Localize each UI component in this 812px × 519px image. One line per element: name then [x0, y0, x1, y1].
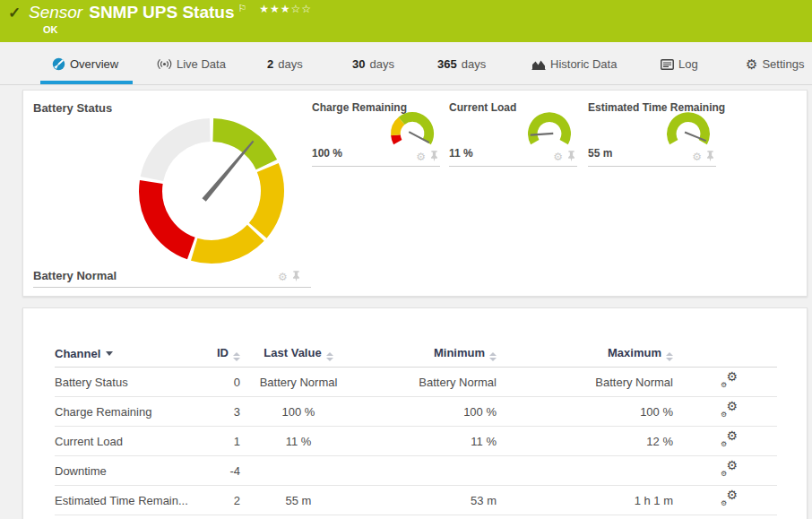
log-icon [661, 59, 674, 70]
channel-last-value: 55 m [240, 494, 357, 507]
table-header-row: Channel ID Last Value Minimum Maximum [55, 341, 777, 368]
tab-30-days[interactable]: 30 days [352, 57, 394, 71]
ok-check-icon: ✓ [8, 4, 21, 22]
page-title: SNMP UPS Status [89, 3, 234, 22]
active-tab-indicator [40, 81, 133, 84]
pin-icon[interactable] [292, 271, 300, 282]
channel-minimum: Battery Normal [357, 376, 497, 389]
channel-name[interactable]: Downtime [55, 464, 209, 478]
sort-icon [326, 352, 333, 361]
tab-settings[interactable]: ⚙ Settings [746, 57, 804, 71]
column-header-id[interactable]: ID [209, 346, 240, 361]
channel-last-value: 11 % [240, 435, 357, 448]
channel-name[interactable]: Charge Remaining [55, 405, 209, 419]
mini-gauge-value: 55 m [588, 147, 612, 160]
broadcast-icon [157, 58, 172, 70]
tab-bar: Overview Live Data 2 days 30 days 365 da… [0, 42, 812, 85]
tab-2-days[interactable]: 2 days [267, 57, 303, 71]
sort-desc-icon [106, 351, 113, 356]
table-row: Downtime -4 ⚙⚙ [55, 456, 777, 486]
primary-gauge-actions: ⚙ [278, 271, 300, 282]
channel-minimum: 53 m [357, 494, 497, 507]
mini-gauge-value: 11 % [449, 147, 473, 160]
tab-historic-data[interactable]: Historic Data [531, 57, 617, 71]
object-kind-label: Sensor [29, 3, 82, 22]
mini-gauge-actions: ⚙ [553, 151, 575, 162]
area-chart-icon [531, 59, 546, 70]
mini-gauge-value: 100 % [312, 147, 342, 160]
gauge-settings-icon[interactable]: ⚙ [278, 272, 288, 282]
channel-minimum: 11 % [357, 435, 497, 448]
channel-maximum: 1 h 1 m [497, 494, 673, 507]
priority-stars[interactable]: ★★★☆☆ [259, 3, 312, 15]
channel-settings-icon[interactable]: ⚙⚙ [721, 374, 738, 388]
mini-gauge-actions: ⚙ [692, 151, 714, 162]
channel-id: 2 [209, 494, 240, 507]
channels-table: Channel ID Last Value Minimum Maximum Ba… [55, 341, 777, 515]
channel-id: 3 [209, 405, 240, 419]
column-header-minimum[interactable]: Minimum [357, 346, 497, 361]
divider [33, 287, 311, 288]
column-header-last-value[interactable]: Last Value [240, 346, 357, 361]
sort-icon [489, 352, 497, 361]
channel-minimum: 100 % [357, 405, 497, 419]
pin-icon[interactable] [430, 151, 438, 162]
channel-name[interactable]: Battery Status [55, 376, 209, 389]
channel-id: 1 [209, 435, 240, 448]
channel-last-value: 100 % [240, 405, 357, 419]
gauge-icon [52, 57, 65, 71]
tab-365-days[interactable]: 365 days [437, 57, 486, 71]
channel-name[interactable]: Estimated Time Remain... [55, 494, 209, 507]
table-row: Battery Status 0 Battery Normal Battery … [55, 368, 777, 397]
battery-status-gauge [138, 117, 285, 264]
gauges-panel: Battery Status Battery Normal ⚙ Charge R… [22, 90, 808, 297]
channel-id: 0 [209, 376, 240, 389]
sort-icon [666, 352, 673, 361]
tab-log[interactable]: Log [661, 57, 698, 71]
status-badge: OK [43, 24, 58, 35]
sort-icon [233, 352, 240, 361]
sensor-overview-page: ✓ Sensor SNMP UPS Status ⚐ ★★★☆☆ OK Over… [0, 0, 812, 519]
mini-gauge-actions: ⚙ [416, 151, 438, 162]
column-header-maximum[interactable]: Maximum [497, 346, 673, 361]
gauge-settings-icon[interactable]: ⚙ [553, 151, 563, 162]
gauge-settings-icon[interactable]: ⚙ [416, 151, 426, 162]
table-row: Charge Remaining 3 100 % 100 % 100 % ⚙⚙ [55, 397, 777, 427]
flag-icon[interactable]: ⚐ [238, 3, 246, 14]
table-row: Current Load 1 11 % 11 % 12 % ⚙⚙ [55, 427, 777, 456]
gear-icon: ⚙ [746, 57, 757, 71]
channel-settings-icon[interactable]: ⚙⚙ [721, 403, 738, 418]
primary-gauge-title: Battery Status [33, 101, 112, 115]
tab-live-data[interactable]: Live Data [157, 57, 226, 71]
mini-gauge-estimated-time-remaining: Estimated Time Remaining 55 m ⚙ [588, 101, 716, 167]
channels-panel: Channel ID Last Value Minimum Maximum Ba… [22, 307, 808, 519]
channel-settings-icon[interactable]: ⚙⚙ [721, 433, 738, 447]
channel-maximum: Battery Normal [497, 376, 673, 389]
channel-id: -4 [209, 464, 240, 478]
primary-gauge-status: Battery Normal [33, 269, 117, 282]
table-row: Estimated Time Remain... 2 55 m 53 m 1 h… [55, 486, 777, 515]
column-header-channel[interactable]: Channel [55, 347, 209, 360]
channel-name[interactable]: Current Load [55, 435, 209, 448]
channel-settings-icon[interactable]: ⚙⚙ [721, 492, 738, 506]
channel-settings-icon[interactable]: ⚙⚙ [721, 463, 738, 477]
mini-gauge-current-load: Current Load 11 % ⚙ [449, 101, 577, 167]
tab-overview[interactable]: Overview [52, 57, 118, 71]
gauge-needle [202, 140, 255, 202]
gauge-settings-icon[interactable]: ⚙ [692, 151, 702, 162]
pin-icon[interactable] [706, 151, 714, 162]
mini-gauge-title: Current Load [449, 101, 516, 114]
sensor-status-bar: ✓ Sensor SNMP UPS Status ⚐ ★★★☆☆ OK [0, 0, 812, 42]
channel-maximum: 100 % [497, 405, 673, 419]
mini-gauge-charge-remaining: Charge Remaining 100 % ⚙ [312, 101, 440, 167]
channel-last-value: Battery Normal [240, 376, 357, 389]
pin-icon[interactable] [567, 151, 575, 162]
channel-maximum: 12 % [497, 435, 673, 448]
